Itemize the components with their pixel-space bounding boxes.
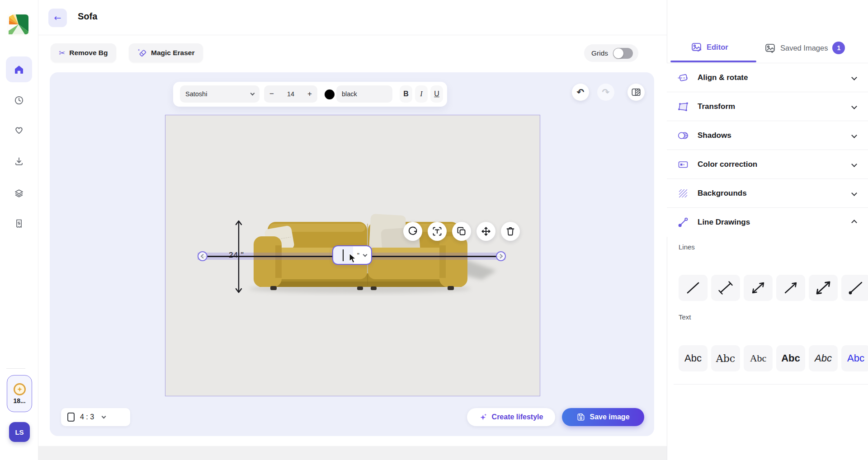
credits-button[interactable]: 18...: [7, 375, 32, 412]
move-button[interactable]: [476, 222, 495, 241]
line-style-end-caps[interactable]: [711, 275, 740, 301]
section-align-rotate[interactable]: Align & rotate: [667, 63, 868, 92]
chevron-down-icon: [851, 75, 857, 80]
sidebar-item-favorites[interactable]: [14, 125, 24, 136]
redo-button[interactable]: ↷: [597, 84, 614, 101]
line-style-row: [679, 275, 868, 301]
tab-saved-images-label: Saved Images: [780, 44, 828, 52]
align-rotate-icon: [677, 72, 689, 84]
section-label: Backgrounds: [698, 189, 747, 198]
receipt-icon: [14, 218, 24, 229]
grids-control: Grids: [584, 44, 638, 62]
undo-button[interactable]: ↶: [572, 84, 589, 101]
aspect-ratio-select[interactable]: 4 : 3: [61, 408, 130, 426]
text-format-toolbar: Satoshi − 14 + black B I U: [173, 82, 447, 107]
section-backgrounds[interactable]: Backgrounds: [667, 179, 868, 208]
copy-icon: [457, 226, 467, 236]
text-style-serif[interactable]: Abc: [711, 345, 740, 371]
tab-editor[interactable]: Editor: [691, 42, 728, 53]
text-subheading: Text: [679, 313, 691, 321]
save-image-button[interactable]: Save image: [562, 408, 644, 426]
sidebar-item-billing[interactable]: [14, 218, 24, 229]
sidebar-item-history[interactable]: [14, 95, 24, 106]
font-size-stepper: − 14 +: [264, 85, 317, 103]
section-label: Transform: [698, 102, 735, 111]
duplicate-button[interactable]: [452, 222, 471, 241]
remove-bg-button[interactable]: ✂ Remove Bg: [51, 43, 116, 62]
create-lifestyle-label: Create lifestyle: [492, 413, 543, 421]
line-endpoint-right[interactable]: [496, 251, 506, 261]
image-check-icon: [764, 42, 776, 54]
rotate-icon: [408, 226, 418, 236]
delete-button[interactable]: [501, 222, 520, 241]
text-style-sans-italic[interactable]: Abc: [809, 345, 838, 371]
trash-icon: [505, 226, 515, 236]
text-sample: Abc: [684, 352, 702, 364]
text-style-sans[interactable]: Abc: [679, 345, 708, 371]
flair-logo-icon: [7, 13, 30, 36]
text-style-serif-light[interactable]: Abc: [744, 345, 773, 371]
font-select[interactable]: Satoshi: [180, 85, 259, 103]
section-shadows[interactable]: Shadows: [667, 121, 868, 150]
dimension-value-label: 24 ": [229, 251, 244, 260]
color-select[interactable]: black: [336, 85, 392, 103]
font-size-value: 14: [287, 90, 294, 98]
back-arrow-icon: ←: [54, 14, 61, 22]
text-sample: Abc: [847, 352, 864, 364]
home-icon: [14, 64, 24, 75]
save-image-label: Save image: [590, 413, 629, 421]
avatar-initials: LS: [15, 428, 24, 436]
line-endpoint-left[interactable]: [198, 251, 208, 261]
app-logo[interactable]: [7, 13, 30, 36]
download-icon: [14, 156, 24, 167]
credits-count: 18...: [13, 397, 25, 404]
create-lifestyle-button[interactable]: Create lifestyle: [467, 408, 555, 426]
underline-button[interactable]: U: [430, 85, 443, 103]
back-button[interactable]: ←: [48, 9, 67, 27]
color-swatch[interactable]: [325, 89, 335, 99]
line-style-double-arrow[interactable]: [744, 275, 773, 301]
text-recognize-button[interactable]: [428, 222, 447, 241]
tab-saved-images[interactable]: Saved Images 1: [764, 42, 845, 54]
text-style-sans-bold[interactable]: Abc: [776, 345, 805, 371]
rotate-object-button[interactable]: [403, 222, 422, 241]
bold-button[interactable]: B: [400, 85, 412, 103]
text-sample: Abc: [815, 352, 832, 364]
magic-eraser-label: Magic Eraser: [151, 49, 195, 57]
chevron-down-icon: [363, 252, 368, 257]
layers-icon: [14, 188, 24, 198]
grids-toggle[interactable]: [613, 48, 633, 59]
magic-eraser-button[interactable]: Magic Eraser: [129, 43, 203, 62]
clock-icon: [14, 95, 24, 106]
text-style-row: Abc Abc Abc Abc Abc Abc: [679, 345, 868, 371]
user-avatar[interactable]: LS: [9, 422, 30, 442]
line-style-plain[interactable]: [679, 275, 708, 301]
text-sample: Abc: [750, 352, 767, 364]
line-style-double-arrow-bold[interactable]: [809, 275, 838, 301]
chevron-down-icon: [851, 132, 857, 138]
mouse-cursor: [349, 253, 357, 264]
chevron-up-icon: [851, 220, 857, 225]
text-caret: [343, 249, 344, 261]
increase-size-button[interactable]: +: [307, 89, 312, 99]
transform-icon: [677, 101, 689, 113]
color-name: black: [342, 90, 357, 98]
section-color-correction[interactable]: Color correction: [667, 150, 868, 179]
sidebar-item-home[interactable]: [6, 56, 32, 82]
sidebar-item-downloads[interactable]: [14, 156, 24, 167]
line-style-single-arrow[interactable]: [776, 275, 805, 301]
section-transform[interactable]: Transform: [667, 92, 868, 121]
line-style-dot-end[interactable]: [841, 275, 868, 301]
lines-subheading: Lines: [679, 243, 695, 251]
section-label: Color correction: [698, 160, 757, 169]
header-divider: [38, 35, 667, 35]
text-style-blue[interactable]: Abc: [841, 345, 868, 371]
sidebar-item-layers[interactable]: [14, 188, 24, 198]
panel-toggle-button[interactable]: [627, 84, 645, 101]
section-line-drawings[interactable]: Line Drawings: [667, 208, 868, 237]
arrow-right-icon: [498, 253, 504, 259]
active-tab-underline: [670, 61, 756, 62]
decrease-size-button[interactable]: −: [269, 89, 274, 99]
toggle-knob: [613, 48, 623, 58]
italic-button[interactable]: I: [415, 85, 428, 103]
